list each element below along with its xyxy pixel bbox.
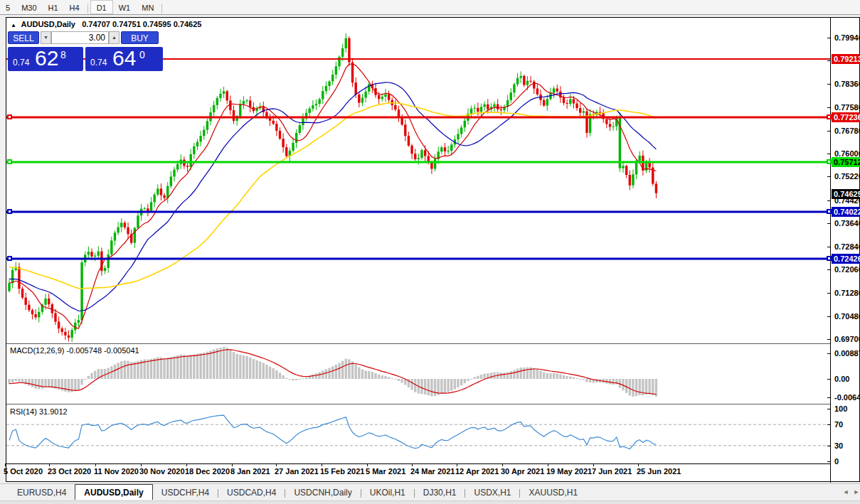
macd-histogram-bar: [213, 350, 215, 379]
toolbar-timeframe-button-h1[interactable]: H1: [43, 1, 64, 15]
level-handle-icon[interactable]: [7, 114, 12, 119]
toolbar-timeframe-button-5[interactable]: 5: [0, 1, 16, 15]
candle-body: [384, 95, 386, 97]
date-axis-tick: [5, 463, 6, 466]
candle-body: [394, 105, 396, 109]
volume-increase-button[interactable]: ▲: [109, 31, 120, 44]
macd-histogram-bar: [543, 372, 545, 379]
sell-price-button[interactable]: 0.74 62 8: [8, 47, 83, 71]
buy-price-button[interactable]: 0.74 64 0: [85, 47, 163, 71]
candle-body: [206, 121, 208, 129]
tab-eurusd-h4[interactable]: EURUSD,H4: [9, 485, 75, 500]
macd-histogram-bar: [285, 378, 287, 379]
tab-audusd-daily[interactable]: AUDUSD,Daily: [75, 484, 152, 500]
level-handle-icon[interactable]: [827, 256, 832, 261]
macd-histogram-bar: [563, 375, 565, 379]
macd-histogram-bar: [193, 354, 195, 379]
candle-body: [410, 146, 413, 154]
macd-histogram-bar: [556, 373, 558, 379]
macd-histogram-bar: [180, 355, 182, 379]
candle-body: [48, 299, 50, 304]
level-handle-icon[interactable]: [827, 159, 832, 164]
sell-button[interactable]: SELL: [8, 31, 39, 44]
candle-body: [64, 332, 66, 336]
axis-tick: [827, 424, 831, 425]
candle-body: [355, 82, 357, 95]
macd-histogram-bar: [539, 370, 541, 379]
price-axis-tick-label: 0.73640: [834, 219, 860, 228]
tab-usdcad-h4[interactable]: USDCAD,H4: [218, 485, 285, 500]
macd-histogram-bar: [566, 376, 568, 379]
candle-body: [160, 188, 162, 195]
candle-body: [510, 92, 512, 100]
macd-histogram-bar: [295, 379, 297, 380]
toolbar-timeframe-button-w1[interactable]: W1: [113, 1, 137, 15]
macd-histogram-bar: [490, 372, 492, 379]
candle-body: [418, 158, 420, 159]
candle-body: [497, 104, 499, 109]
candle-body: [358, 95, 360, 103]
toolbar-timeframe-button-d1[interactable]: D1: [90, 0, 113, 14]
candle-body: [229, 100, 231, 110]
level-handle-icon[interactable]: [7, 159, 12, 164]
macd-histogram-bar: [553, 373, 555, 379]
toolbar-timeframe-button-h4[interactable]: H4: [64, 1, 85, 15]
candle-body: [120, 222, 122, 227]
candle-body: [325, 86, 327, 91]
candle-body: [408, 136, 410, 146]
macd-histogram-bar: [147, 360, 149, 379]
macd-histogram-bar: [114, 365, 116, 379]
candle-body: [124, 222, 126, 227]
candle-body: [639, 156, 641, 161]
macd-histogram-bar: [348, 359, 350, 379]
macd-histogram-bar: [94, 371, 96, 379]
macd-histogram-bar: [364, 370, 366, 379]
level-handle-icon[interactable]: [827, 114, 832, 119]
candle-body: [38, 312, 40, 318]
volume-decrease-button[interactable]: ▼: [41, 31, 51, 44]
macd-histogram-bar: [279, 372, 281, 379]
tab-usdchf-h4[interactable]: USDCHF,H4: [153, 485, 218, 500]
candle-body: [632, 174, 634, 185]
macd-histogram-bar: [440, 379, 442, 394]
candle-body: [309, 109, 311, 113]
buy-button[interactable]: BUY: [121, 31, 159, 44]
macd-histogram-bar: [255, 360, 258, 379]
macd-histogram-bar: [100, 369, 102, 379]
axis-tick: [827, 131, 831, 132]
tab-dj30-h1[interactable]: DJ30,H1: [415, 485, 465, 500]
tab-ukoil-h1[interactable]: UKOil,H1: [361, 485, 414, 500]
macd-histogram-bar: [400, 379, 403, 382]
candle-body: [107, 254, 110, 268]
tab-usdx-h1[interactable]: USDX,H1: [465, 485, 519, 500]
buy-price-big: 64: [112, 46, 136, 70]
macd-histogram-bar: [282, 375, 284, 379]
rsi-label: RSI(14) 31.9012: [10, 407, 68, 416]
tab-xauusd-h1[interactable]: XAUUSD,H1: [520, 485, 586, 500]
toolbar-timeframe-button-mn[interactable]: MN: [136, 1, 159, 15]
macd-histogram-bar: [31, 379, 33, 387]
collapse-triangle-icon[interactable]: ▲: [11, 22, 16, 28]
candle-body: [440, 147, 442, 151]
candle-body: [196, 141, 198, 146]
rsi-panel-divider[interactable]: [6, 404, 830, 404]
tab-usdcnh-daily[interactable]: USDCNH,Daily: [285, 485, 360, 500]
tabs-scroll-left-button[interactable]: ◄: [841, 487, 851, 497]
candle-body: [361, 98, 363, 103]
macd-histogram-bar: [196, 354, 198, 379]
rsi-axis-tick-label: 100: [834, 404, 860, 414]
level-handle-icon[interactable]: [827, 209, 832, 214]
symbol-ohlc: 0.74707 0.74751 0.74595 0.74625: [82, 20, 201, 28]
level-handle-icon[interactable]: [7, 209, 12, 214]
candle-body: [583, 111, 585, 112]
tabs-scroll-right-button[interactable]: ►: [853, 487, 860, 497]
volume-input[interactable]: 3.00: [51, 31, 109, 44]
level-handle-icon[interactable]: [7, 256, 12, 261]
candle-body: [470, 109, 472, 114]
macd-histogram-bar: [186, 355, 189, 379]
macd-panel-divider[interactable]: [6, 343, 830, 344]
candle-body: [457, 134, 459, 139]
toolbar-timeframe-button-m30[interactable]: M30: [16, 1, 42, 15]
axis-tick: [827, 379, 831, 380]
price-level-badge: 0.72426: [832, 254, 860, 264]
